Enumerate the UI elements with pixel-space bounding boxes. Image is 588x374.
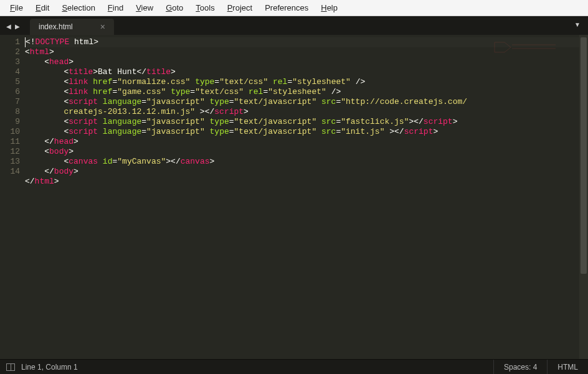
- gutter: 1 2 3 4 5 6 7 8 9 10 11 12 13 14: [0, 35, 25, 359]
- code-line: <script language="javascript" type="text…: [25, 117, 579, 127]
- line-number: 12: [2, 147, 20, 157]
- menu-edit[interactable]: Edit: [31, 2, 54, 14]
- scroll-thumb[interactable]: [581, 37, 587, 274]
- nav-forward-icon[interactable]: ▶: [14, 22, 21, 31]
- syntax-setting[interactable]: HTML: [547, 360, 588, 374]
- cursor-position[interactable]: Line 1, Column 1: [21, 363, 78, 372]
- tab-active[interactable]: index.html ×: [30, 19, 114, 35]
- statusbar: Line 1, Column 1 Spaces: 4 HTML: [0, 359, 588, 374]
- line-number: 9: [2, 117, 20, 127]
- menu-project[interactable]: Project: [222, 2, 257, 14]
- tab-bar: ◀ ▶ index.html × ▼: [0, 16, 588, 35]
- code-line: <canvas id="myCanvas"></canvas>: [25, 157, 579, 167]
- menu-view[interactable]: View: [131, 2, 158, 14]
- code-line: </html>: [25, 177, 579, 187]
- nav-back-icon[interactable]: ◀: [5, 22, 12, 31]
- tab-close-icon[interactable]: ×: [100, 22, 105, 32]
- menu-file[interactable]: File: [5, 2, 28, 14]
- code-line: <body>: [25, 147, 579, 157]
- code-area[interactable]: <!DOCTYPE html> <html> <head> <title>Bat…: [25, 35, 579, 359]
- menu-tools[interactable]: Tools: [191, 2, 219, 14]
- code-line: <html>: [25, 47, 579, 57]
- vertical-scrollbar[interactable]: [579, 35, 588, 359]
- menubar: File Edit Selection Find View Goto Tools…: [0, 0, 588, 16]
- panel-switch-icon[interactable]: [6, 363, 15, 371]
- menu-goto[interactable]: Goto: [161, 2, 188, 14]
- menu-help[interactable]: Help: [316, 2, 343, 14]
- line-number: 4: [2, 67, 20, 77]
- tab-filename: index.html: [39, 22, 73, 31]
- line-number: 7: [2, 97, 20, 107]
- code-line: <link href="game.css" type="text/css" re…: [25, 87, 579, 97]
- code-line: </head>: [25, 137, 579, 147]
- line-number: 6: [2, 87, 20, 97]
- line-number: 3: [2, 57, 20, 67]
- code-line: </body>: [25, 167, 579, 177]
- menu-preferences[interactable]: Preferences: [260, 2, 313, 14]
- line-number: 13: [2, 157, 20, 167]
- line-number: 8: [2, 107, 20, 117]
- menu-selection[interactable]: Selection: [57, 2, 100, 14]
- code-line: <head>: [25, 57, 579, 67]
- line-number: 14: [2, 167, 20, 177]
- editor[interactable]: 1 2 3 4 5 6 7 8 9 10 11 12 13 14 <!DOCTY…: [0, 35, 588, 359]
- line-number: 5: [2, 77, 20, 87]
- line-number: 1: [2, 37, 20, 47]
- code-line: <!DOCTYPE html>: [25, 37, 579, 47]
- indentation-setting[interactable]: Spaces: 4: [493, 360, 547, 374]
- code-line: <title>Bat Hunt</title>: [25, 67, 579, 77]
- code-line: createjs-2013.12.12.min.js" ></script>: [25, 107, 579, 117]
- code-line: <script language="javascript" type="text…: [25, 127, 579, 137]
- overflow-menu-icon[interactable]: ▼: [574, 21, 581, 28]
- code-line: <script language="javascript" type="text…: [25, 97, 579, 107]
- line-number: 10: [2, 127, 20, 137]
- code-line: <link href="normalize.css" type="text/cs…: [25, 77, 579, 87]
- line-number: 2: [2, 47, 20, 57]
- line-number: 11: [2, 137, 20, 147]
- menu-find[interactable]: Find: [103, 2, 128, 14]
